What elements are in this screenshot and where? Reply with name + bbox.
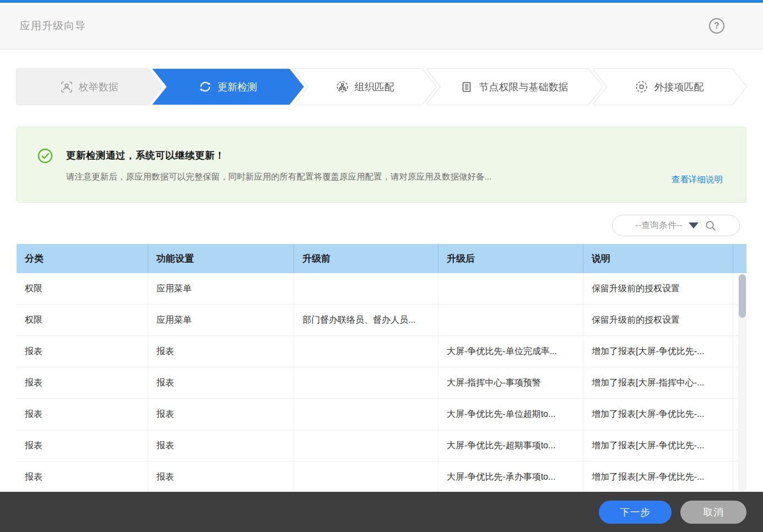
table-cell: 报表: [17, 377, 148, 389]
table-cell: 报表: [148, 462, 294, 492]
table-cell: 报表: [17, 409, 148, 420]
question-mark-icon: ?: [714, 21, 719, 31]
view-details-link[interactable]: 查看详细说明: [672, 174, 723, 186]
table-header-row: 分类功能设置升级前升级后说明: [17, 244, 746, 273]
page-title: 应用升级向导: [20, 19, 86, 33]
table-row[interactable]: 报表报表大屏-争优比先-单位超期to...增加了报表[大屏-争优比先-...: [17, 399, 746, 430]
table-body: 权限应用菜单保留升级前的授权设置权限应用菜单部门督办联络员、督办人员...保留升…: [17, 273, 746, 492]
step-shape[interactable]: 外接项匹配: [593, 69, 746, 105]
query-filter-dropdown[interactable]: --查询条件--: [612, 215, 740, 236]
query-filter-label: --查询条件--: [635, 220, 682, 231]
table-cell: 增加了报表[大屏-争优比先-...: [583, 336, 733, 367]
column-header: 说明: [583, 244, 733, 273]
table-row[interactable]: 权限应用菜单部门督办联络员、督办人员...保留升级前的授权设置: [17, 305, 746, 336]
org-match-icon: [336, 80, 349, 93]
table-cell: [294, 462, 438, 492]
alert-description: 请注意更新后，原应用数据可以完整保留，同时新应用的所有配置将覆盖原应用配置，请对…: [66, 171, 491, 183]
wizard-title-bar: 应用升级向导 ?: [0, 3, 763, 50]
table-cell: 大屏-争优比先-承办事项to...: [438, 462, 583, 492]
step-4-pending[interactable]: 节点权限与基础数据: [426, 69, 603, 105]
table-cell: 应用菜单: [148, 273, 294, 304]
table-cell: 大屏-争优比先-单位超期to...: [438, 399, 583, 430]
table-scrollbar-thumb[interactable]: [739, 274, 746, 318]
help-button[interactable]: ?: [709, 18, 724, 34]
table-cell: [294, 273, 438, 304]
step-label: 更新检测: [218, 80, 257, 94]
table-cell: 报表: [17, 471, 148, 483]
table-cell: [294, 367, 438, 398]
comparison-table: 分类功能设置升级前升级后说明 权限应用菜单保留升级前的授权设置权限应用菜单部门督…: [17, 244, 746, 492]
table-row[interactable]: 报表报表大屏-争优比先-单位完成率...增加了报表[大屏-争优比先-...: [17, 336, 746, 367]
refresh-icon: [199, 80, 212, 93]
step-1-done[interactable]: 枚举数据: [17, 69, 163, 105]
header-scrollbar-spacer: [733, 244, 746, 273]
table-cell: [438, 273, 583, 304]
step-5-pending[interactable]: 外接项匹配: [593, 69, 746, 105]
table-cell: 部门督办联络员、督办人员...: [294, 305, 438, 335]
table-row[interactable]: 报表报表大屏-争优比先-超期事项to...增加了报表[大屏-争优比先-...: [17, 430, 746, 462]
query-toolbar: --查询条件--: [0, 215, 740, 236]
step-shape[interactable]: 更新检测: [153, 69, 304, 105]
table-cell: 保留升级前的授权设置: [583, 305, 733, 335]
step-shape[interactable]: 枚举数据: [17, 69, 163, 105]
table-row[interactable]: 权限应用菜单保留升级前的授权设置: [17, 273, 746, 305]
table-cell: [294, 336, 438, 367]
search-icon[interactable]: [705, 220, 717, 232]
table-cell: 权限: [17, 283, 148, 295]
table-cell: [438, 305, 583, 335]
table-cell: 报表: [148, 336, 294, 367]
column-header: 功能设置: [148, 244, 294, 273]
table-cell: 报表: [148, 399, 294, 430]
alert-title: 更新检测通过，系统可以继续更新！: [66, 149, 491, 162]
table-cell: 大屏-指挥中心-事项预警: [438, 367, 583, 398]
table-cell: [294, 430, 438, 461]
table-row[interactable]: 报表报表大屏-争优比先-承办事项to...增加了报表[大屏-争优比先-...: [17, 462, 746, 492]
caret-down-icon: [689, 222, 699, 229]
table-cell: 报表: [17, 440, 148, 452]
footer-action-bar: 下一步 取消: [0, 492, 763, 532]
table-cell: 报表: [148, 367, 294, 398]
check-circle-icon: [37, 148, 53, 202]
table-cell: 大屏-争优比先-超期事项to...: [438, 430, 583, 461]
step-label: 外接项匹配: [654, 80, 704, 94]
step-shape[interactable]: 组织匹配: [294, 69, 436, 105]
table-cell: 权限: [17, 314, 148, 326]
next-step-button[interactable]: 下一步: [599, 501, 672, 524]
table-cell: 增加了报表[大屏-争优比先-...: [583, 462, 733, 492]
step-2-active[interactable]: 更新检测: [153, 69, 304, 105]
enum-data-icon: [61, 81, 73, 93]
step-label: 枚举数据: [79, 80, 118, 94]
table-cell: 应用菜单: [148, 305, 294, 335]
column-header: 分类: [17, 252, 148, 265]
table-cell: 大屏-争优比先-单位完成率...: [438, 336, 583, 367]
table-cell: 报表: [148, 430, 294, 461]
table-row[interactable]: 报表报表大屏-指挥中心-事项预警增加了报表[大屏-指挥中心-...: [17, 367, 746, 399]
cancel-button[interactable]: 取消: [680, 501, 746, 524]
alert-body: 更新检测通过，系统可以继续更新！ 请注意更新后，原应用数据可以完整保留，同时新应…: [66, 149, 491, 202]
table-cell: 增加了报表[大屏-争优比先-...: [583, 399, 733, 430]
column-header: 升级后: [438, 244, 583, 273]
table-scrollbar-track[interactable]: [738, 274, 746, 492]
step-shape[interactable]: 节点权限与基础数据: [426, 69, 603, 105]
external-item-icon: [635, 80, 648, 93]
table-cell: 报表: [17, 346, 148, 357]
node-permission-doc-icon: [461, 81, 473, 93]
success-alert: 更新检测通过，系统可以继续更新！ 请注意更新后，原应用数据可以完整保留，同时新应…: [17, 127, 746, 203]
step-label: 节点权限与基础数据: [479, 80, 568, 94]
step-3-pending[interactable]: 组织匹配: [294, 69, 436, 105]
step-label: 组织匹配: [355, 80, 394, 94]
table-cell: [294, 399, 438, 430]
table-cell: 保留升级前的授权设置: [583, 273, 733, 304]
table-cell: 增加了报表[大屏-指挥中心-...: [583, 367, 733, 398]
table-cell: 增加了报表[大屏-争优比先-...: [583, 430, 733, 461]
step-indicator: 枚举数据更新检测组织匹配节点权限与基础数据外接项匹配: [17, 69, 746, 105]
column-header: 升级前: [294, 244, 438, 273]
